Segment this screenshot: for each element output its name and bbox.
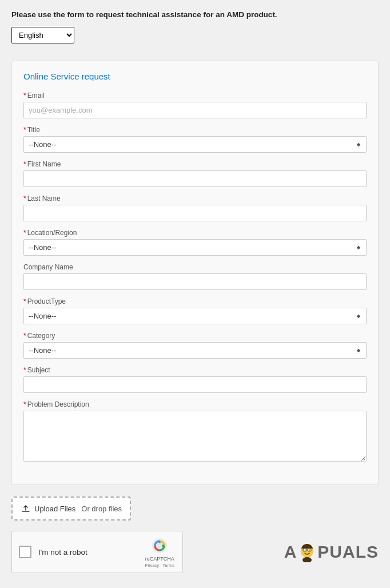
problem-description-required-star: *: [23, 400, 26, 408]
subject-label: *Subject: [23, 366, 367, 374]
upload-section: Upload Files Or drop files: [11, 496, 379, 521]
location-select[interactable]: --None-- North America Europe Asia Pacif…: [23, 239, 367, 256]
problem-description-label: *Problem Description: [23, 400, 367, 408]
upload-files-button[interactable]: Upload Files: [21, 503, 75, 514]
title-select[interactable]: --None-- Mr. Ms. Dr.: [23, 136, 367, 153]
service-request-form: Online Service request *Email *Title --N…: [11, 61, 379, 485]
location-field-group: *Location/Region --None-- North America …: [23, 229, 367, 256]
appuals-mascot-icon: [297, 542, 317, 562]
captcha-checkbox[interactable]: [19, 546, 31, 558]
last-name-label: *Last Name: [23, 194, 367, 202]
intro-text: Please use the form to request technical…: [11, 10, 379, 19]
product-type-required-star: *: [23, 297, 26, 305]
recaptcha-policy: Privacy - Terms: [145, 563, 174, 568]
company-label: Company Name: [23, 263, 367, 271]
last-name-field-group: *Last Name: [23, 194, 367, 221]
appuals-logo-text-puals: PUALS: [317, 542, 379, 562]
category-label: *Category: [23, 332, 367, 340]
problem-description-textarea[interactable]: [23, 411, 367, 462]
appuals-logo: A PUALS: [284, 542, 379, 562]
product-type-select[interactable]: --None-- CPU GPU APU: [23, 308, 367, 324]
title-label: *Title: [23, 126, 367, 134]
upload-icon: [21, 503, 31, 514]
title-required-star: *: [23, 126, 26, 134]
recaptcha-brand: reCAPTCHA: [145, 556, 174, 562]
company-name-input[interactable]: [23, 273, 367, 290]
last-name-input[interactable]: [23, 205, 367, 221]
upload-box[interactable]: Upload Files Or drop files: [11, 496, 131, 521]
first-name-input[interactable]: [23, 170, 367, 187]
problem-description-field-group: *Problem Description: [23, 400, 367, 463]
category-select[interactable]: --None-- Driver Issue Hardware Issue Sof…: [23, 342, 367, 359]
product-type-field-group: *ProductType --None-- CPU GPU APU: [23, 297, 367, 324]
category-field-group: *Category --None-- Driver Issue Hardware…: [23, 332, 367, 359]
captcha-logo-area: reCAPTCHA Privacy - Terms: [145, 537, 174, 568]
location-label: *Location/Region: [23, 229, 367, 237]
bottom-row: I'm not a robot reCAPTCHA Privacy - Term…: [11, 531, 379, 573]
location-required-star: *: [23, 229, 26, 237]
drop-files-text: Or drop files: [81, 504, 122, 513]
captcha-left: I'm not a robot: [19, 546, 87, 558]
svg-point-10: [303, 557, 312, 562]
email-input[interactable]: [23, 102, 367, 118]
first-name-field-group: *First Name: [23, 160, 367, 187]
title-field-group: *Title --None-- Mr. Ms. Dr.: [23, 126, 367, 153]
first-name-label: *First Name: [23, 160, 367, 168]
recaptcha-icon: [150, 537, 169, 555]
subject-input[interactable]: [23, 376, 367, 393]
product-type-label: *ProductType: [23, 297, 367, 305]
captcha-widget: I'm not a robot reCAPTCHA Privacy - Term…: [11, 531, 183, 573]
last-name-required-star: *: [23, 194, 26, 202]
email-field-group: *Email: [23, 92, 367, 118]
subject-required-star: *: [23, 366, 26, 374]
form-title: Online Service request: [23, 71, 367, 81]
svg-point-5: [305, 550, 306, 551]
category-required-star: *: [23, 332, 26, 340]
appuals-logo-text-a: A: [284, 542, 297, 562]
svg-point-6: [309, 550, 311, 551]
subject-field-group: *Subject: [23, 366, 367, 393]
language-select[interactable]: English Spanish French German Japanese C…: [11, 27, 74, 43]
email-label: *Email: [23, 92, 367, 100]
captcha-label: I'm not a robot: [38, 548, 87, 557]
first-name-required-star: *: [23, 160, 26, 168]
email-required-star: *: [23, 92, 26, 100]
company-field-group: Company Name: [23, 263, 367, 290]
